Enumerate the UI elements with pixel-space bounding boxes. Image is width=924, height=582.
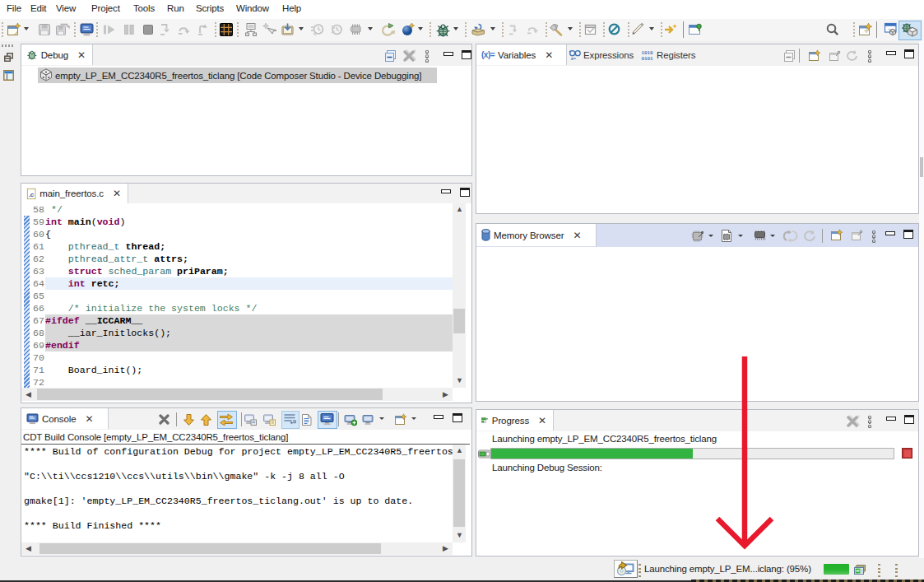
svg-text:.c: .c (29, 190, 35, 198)
svg-text:x=: x= (571, 56, 577, 60)
svg-text:0101: 0101 (642, 56, 653, 60)
